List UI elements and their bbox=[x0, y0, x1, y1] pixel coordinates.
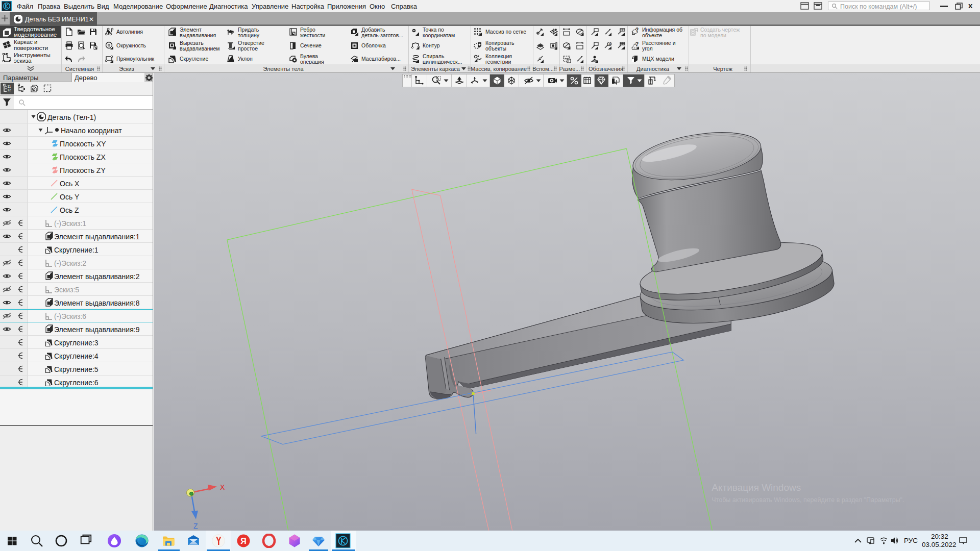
svg-text:Z: Z bbox=[193, 522, 198, 530]
svg-text:11: 11 bbox=[8, 85, 11, 88]
svg-text:X: X bbox=[220, 483, 225, 491]
svg-text:Активация Windows: Активация Windows bbox=[712, 482, 801, 493]
svg-text:?: ? bbox=[635, 41, 639, 47]
svg-text:12: 12 bbox=[8, 88, 12, 92]
svg-text:Я: Я bbox=[240, 537, 247, 545]
svg-text:?: ? bbox=[635, 28, 639, 33]
svg-text:Чтобы активировать Windows, пе: Чтобы активировать Windows, перейдите в … bbox=[712, 496, 904, 504]
svg-text:A: A bbox=[609, 42, 611, 45]
